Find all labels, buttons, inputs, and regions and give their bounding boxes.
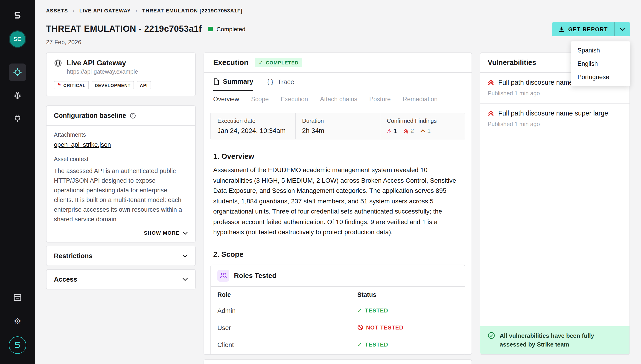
completed-badge: ✓ COMPLETED (255, 58, 302, 67)
chevron-right-icon: › (73, 7, 75, 14)
confirmed-findings-label: Confirmed Findings (387, 118, 458, 124)
avatar[interactable]: SC (10, 31, 25, 47)
subtab-posture[interactable]: Posture (369, 96, 391, 102)
assessment-complete-text: All vulnerabilities have been fully asse… (500, 332, 622, 349)
duration-cell: Duration 2h 34m (295, 113, 380, 139)
dropdown-item-portuguese[interactable]: Portuguese (571, 70, 630, 84)
confirmed-findings-cell: Confirmed Findings ⚠ 1 (380, 113, 465, 139)
tab-trace-label: Trace (277, 78, 294, 85)
overview-heading: 1. Overview (213, 152, 462, 160)
status-label: NOT TESTED (366, 324, 403, 331)
role-admin-status: ✓ TESTED (357, 307, 458, 314)
sidebar-item-bugs[interactable] (9, 86, 26, 104)
sidebar-item-settings[interactable]: ⚙ (9, 312, 26, 330)
dropdown-item-english[interactable]: English (571, 57, 630, 70)
vulnerabilities-card: Vulnerabilities Full path discosure name… (480, 52, 630, 355)
info-icon[interactable] (130, 112, 136, 118)
sidebar-item-archive[interactable] (9, 288, 26, 306)
document-icon (213, 78, 219, 85)
tag-critical-label: CRITICAL (63, 82, 86, 88)
completed-square-icon (208, 27, 213, 31)
check-icon: ✓ (357, 307, 362, 314)
tab-trace[interactable]: { } Trace (267, 73, 294, 91)
breadcrumb-assets[interactable]: ASSETS (46, 8, 68, 13)
right-column: Vulnerabilities Full path discosure name… (480, 52, 630, 355)
sidebar-bottom: ⚙ (9, 288, 26, 354)
bug-icon (13, 91, 22, 100)
role-column-header: Role (217, 291, 357, 298)
roles-table-header: Role Status (217, 286, 458, 302)
left-column: Live API Gateway https://api-gateway.exa… (46, 52, 196, 290)
sidebar: SC (0, 0, 35, 364)
strike-circle-logo-icon (13, 341, 22, 349)
assessment-complete-banner: All vulnerabilities have been fully asse… (480, 326, 629, 354)
subtab-overview[interactable]: Overview (213, 96, 239, 102)
check-icon: ✓ (259, 59, 263, 66)
breadcrumb: ASSETS › LIVE API GATEWAY › THREAT EMULA… (46, 7, 243, 14)
subtab-remediation[interactable]: Remediation (403, 96, 438, 102)
sidebar-item-integrations[interactable] (9, 110, 26, 127)
check-circle-icon (488, 332, 495, 339)
title-row: THREAT EMULATION - 2219c7053a1f Complete… (46, 24, 245, 34)
archive-box-icon (13, 293, 22, 302)
table-row: Admin ✓ TESTED (217, 302, 458, 319)
chevron-right-icon: › (135, 7, 138, 14)
tab-summary[interactable]: Summary (213, 73, 253, 91)
center-column: Execution ✓ COMPLETED (204, 52, 472, 364)
attachment-link[interactable]: open_api_strike.json (54, 141, 111, 148)
get-report-dropdown-toggle[interactable] (614, 22, 630, 36)
roles-tested-card: Roles Tested Role Status Admin ✓ TESTED (210, 264, 465, 355)
breadcrumb-live-api-gateway[interactable]: LIVE API GATEWAY (79, 8, 131, 13)
subtab-attach-chains[interactable]: Attach chains (320, 96, 357, 102)
chevron-down-icon (182, 278, 188, 281)
execution-date-value: Jan 24, 2024, 10:34am (217, 127, 289, 134)
tag-critical: ⚑ CRITICAL (54, 81, 89, 89)
strike-logo-icon (13, 11, 22, 20)
strike-assistant-button[interactable] (9, 336, 26, 354)
app-root: SC (0, 0, 641, 364)
asset-card: Live API Gateway https://api-gateway.exa… (46, 52, 196, 96)
configuration-baseline-title: Configuration baseline (54, 112, 126, 119)
download-icon (558, 26, 564, 32)
braces-icon: { } (267, 78, 274, 85)
page-date: 27 Feb, 2026 (46, 39, 81, 46)
content-columns: Live API Gateway https://api-gateway.exa… (46, 52, 630, 364)
subtab-scope[interactable]: Scope (251, 96, 269, 102)
sidebar-item-threat-emulation[interactable] (9, 64, 26, 81)
chevron-up-icon (420, 129, 425, 133)
users-icon (217, 270, 229, 282)
execution-date-cell: Execution date Jan 24, 2024, 10:34am (211, 113, 295, 139)
finding-critical: ⚠ 1 (387, 128, 397, 134)
status-label: Completed (216, 26, 245, 32)
access-section[interactable]: Access (46, 269, 196, 290)
show-more-button[interactable]: SHOW MORE (54, 230, 188, 236)
stage: SC (0, 0, 641, 364)
restrictions-section[interactable]: Restrictions (46, 246, 196, 266)
finding-medium-count: 1 (427, 128, 431, 134)
double-chevron-up-icon (488, 110, 494, 116)
completed-badge-label: COMPLETED (266, 60, 299, 65)
chevron-down-icon (620, 28, 625, 31)
attachments-label: Attachments (54, 132, 188, 138)
scope-heading: 2. Scope (213, 250, 462, 258)
roles-tested-title: Roles Tested (234, 272, 277, 279)
duration-label: Duration (302, 118, 373, 124)
show-more-label: SHOW MORE (144, 230, 180, 236)
table-row: Client ✓ TESTED (217, 336, 458, 353)
vulnerability-published: Published 1 min ago (488, 121, 622, 128)
list-item[interactable]: Full path discosure name super large Pub… (480, 104, 629, 134)
vulnerabilities-title: Vulnerabilities (488, 58, 536, 66)
asset-name: Live API Gateway (67, 59, 126, 67)
get-report-button[interactable]: GET REPORT (552, 22, 614, 36)
access-title: Access (54, 276, 77, 283)
check-icon: ✓ (357, 341, 362, 348)
chevron-down-icon (183, 231, 188, 234)
get-report-label: GET REPORT (568, 26, 608, 32)
status-column-header: Status (357, 291, 458, 298)
report-language-dropdown: Spanish English Portuguese (571, 42, 630, 86)
role-client-status: ✓ TESTED (357, 341, 458, 348)
findings-counts: ⚠ 1 2 (387, 128, 458, 134)
subtab-execution[interactable]: Execution (281, 96, 308, 102)
dropdown-item-spanish[interactable]: Spanish (571, 44, 630, 57)
next-section-card (204, 360, 472, 364)
